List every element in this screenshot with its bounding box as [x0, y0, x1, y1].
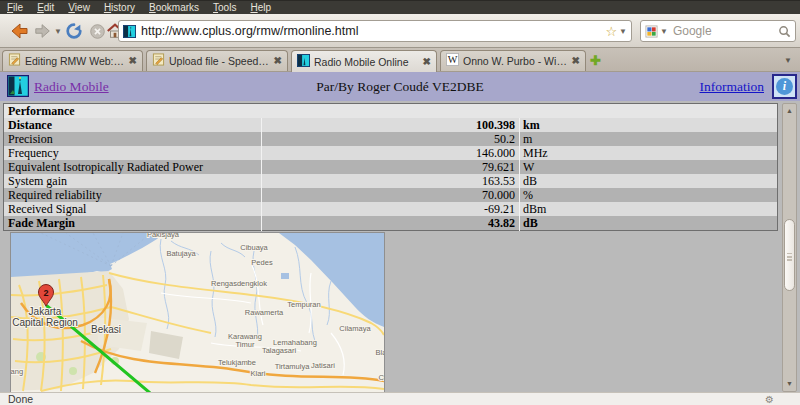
row-label: Received Signal: [4, 202, 262, 216]
map-place-label: Rawamerta: [245, 308, 284, 317]
row-unit: m: [520, 132, 778, 146]
scrollbar-down-icon[interactable]: ▼: [783, 377, 796, 390]
info-button[interactable]: i: [772, 74, 797, 99]
reload-icon: [65, 22, 83, 40]
tab-close-icon[interactable]: ✖: [572, 56, 580, 66]
tab-close-icon[interactable]: ✖: [423, 57, 431, 67]
performance-table: Performance Distance100.398kmPrecision50…: [3, 103, 778, 231]
row-unit: km: [520, 118, 778, 132]
marker-number: 2: [43, 288, 48, 298]
table-row: Precision50.2m: [4, 132, 778, 146]
new-tab-button[interactable]: ✚: [590, 54, 601, 67]
map-place-label: Jatisari: [311, 361, 335, 370]
tab-close-icon[interactable]: ✖: [129, 56, 137, 66]
table-title: Performance: [4, 104, 778, 119]
menu-item-view[interactable]: View: [61, 1, 97, 14]
map-place-label: Telukjambe: [218, 358, 256, 367]
wikipedia-icon: W: [446, 52, 459, 70]
map-canvas[interactable]: PakisjayaBatujayaCibuayaPedesRengasdengk…: [10, 232, 385, 392]
map-place-label: Cibuaya: [240, 243, 268, 252]
table-row: Frequency146.000MHz: [4, 146, 778, 160]
tab-2[interactable]: Upload file - SpeedyWiki✖: [146, 50, 288, 71]
search-engine-dropdown-icon[interactable]: ▼: [660, 27, 668, 36]
vertical-scrollbar[interactable]: ▲ ▼: [782, 103, 797, 392]
search-bar[interactable]: ▼ Google: [640, 20, 796, 42]
search-icon[interactable]: [778, 25, 791, 38]
page-content: Performance Distance100.398kmPrecision50…: [0, 101, 800, 392]
page-header: Radio Mobile Par/By Roger Coudé VE2DBE I…: [0, 72, 800, 101]
map-place-label: Capital Region: [12, 317, 78, 328]
svg-text:W: W: [448, 54, 458, 65]
row-value: 163.53: [262, 174, 520, 188]
row-label: System gain: [4, 174, 262, 188]
row-unit: dB: [520, 216, 778, 231]
row-label: Equivalent Isotropically Radiated Power: [4, 160, 262, 174]
back-forward-dropdown[interactable]: ▼: [52, 19, 62, 43]
row-label: Fade Margin: [4, 216, 262, 231]
map-place-label: Tempuran: [287, 300, 320, 309]
wiki-page-icon: [8, 52, 21, 70]
table-header-row: Performance: [4, 104, 778, 119]
row-value: 70.000: [262, 188, 520, 202]
menu-item-bookmarks[interactable]: Bookmarks: [142, 1, 206, 14]
tab-list-icon[interactable]: ▼: [784, 56, 792, 65]
status-text: Done: [8, 393, 765, 405]
map-place-label: Cilamaya: [339, 324, 371, 333]
map-place-label: Batujaya: [166, 249, 196, 258]
row-label: Distance: [4, 118, 262, 132]
reload-button[interactable]: [63, 19, 85, 43]
map-place-label: Tirtamulya: [275, 362, 311, 371]
search-engine-icon: [645, 25, 658, 38]
chevron-down-icon: ▼: [54, 27, 62, 36]
table-row: Required reliability70.000%: [4, 188, 778, 202]
scrollbar-up-icon[interactable]: ▲: [783, 104, 796, 117]
gear-icon[interactable]: ⚙: [765, 394, 774, 405]
row-unit: W: [520, 160, 778, 174]
map-place-label: Pedes: [251, 258, 273, 267]
tab-1[interactable]: Editing RMW Web: Mengh...✖: [2, 50, 143, 71]
back-icon: [9, 21, 29, 41]
tab-4[interactable]: WOnno W. Purbo - Wikipedi...✖: [440, 50, 586, 71]
row-unit: %: [520, 188, 778, 202]
row-value: 43.82: [262, 216, 520, 231]
wiki-page-icon: [152, 52, 165, 70]
stop-button[interactable]: [86, 19, 108, 43]
scrollbar-thumb[interactable]: [784, 219, 795, 291]
radio-mobile-icon: [297, 53, 310, 71]
map-place-label: lang: [11, 367, 23, 376]
row-value: 146.000: [262, 146, 520, 160]
page-byline: Par/By Roger Coudé VE2DBE: [0, 79, 800, 95]
site-favicon-icon: [123, 25, 136, 38]
url-bar[interactable]: http://www.cplus.org/rmw/rmonline.html ☆…: [118, 20, 632, 42]
search-input[interactable]: Google: [673, 24, 778, 38]
menu-item-edit[interactable]: Edit: [30, 1, 61, 14]
map-place-label: Jakarta: [29, 306, 62, 317]
map-place-label: Rengasdengklok: [211, 279, 267, 288]
stop-icon: [89, 23, 106, 40]
menu-bar: FileEditViewHistoryBookmarksToolsHelp: [0, 0, 800, 14]
status-bar: Done ⚙: [0, 392, 800, 405]
map-pond: [281, 273, 289, 279]
url-input[interactable]: http://www.cplus.org/rmw/rmonline.html: [141, 24, 605, 38]
information-link[interactable]: Information: [700, 79, 764, 95]
row-value: 79.621: [262, 160, 520, 174]
forward-button[interactable]: [32, 19, 54, 43]
tab-bar: ✚ ▼ Editing RMW Web: Mengh...✖Upload fil…: [0, 48, 800, 72]
url-dropdown-icon[interactable]: ▼: [619, 27, 627, 36]
row-label: Frequency: [4, 146, 262, 160]
tab-title: Upload file - SpeedyWiki: [169, 55, 270, 67]
tab-title: Radio Mobile Online: [314, 56, 419, 68]
tab-3[interactable]: Radio Mobile Online✖: [291, 50, 437, 73]
table-row: Fade Margin43.82dB: [4, 216, 778, 231]
bookmark-star-icon[interactable]: ☆: [605, 25, 617, 38]
menu-item-history[interactable]: History: [97, 1, 142, 14]
navigation-toolbar: ▼: [0, 14, 800, 48]
menu-item-tools[interactable]: Tools: [206, 1, 243, 14]
menu-item-file[interactable]: File: [0, 1, 30, 14]
tab-close-icon[interactable]: ✖: [274, 56, 282, 66]
map-place-label: Talagasari: [262, 346, 297, 355]
info-icon: i: [776, 78, 793, 95]
back-button[interactable]: [8, 19, 30, 43]
table-row: Received Signal-69.21dBm: [4, 202, 778, 216]
menu-item-help[interactable]: Help: [243, 1, 278, 14]
